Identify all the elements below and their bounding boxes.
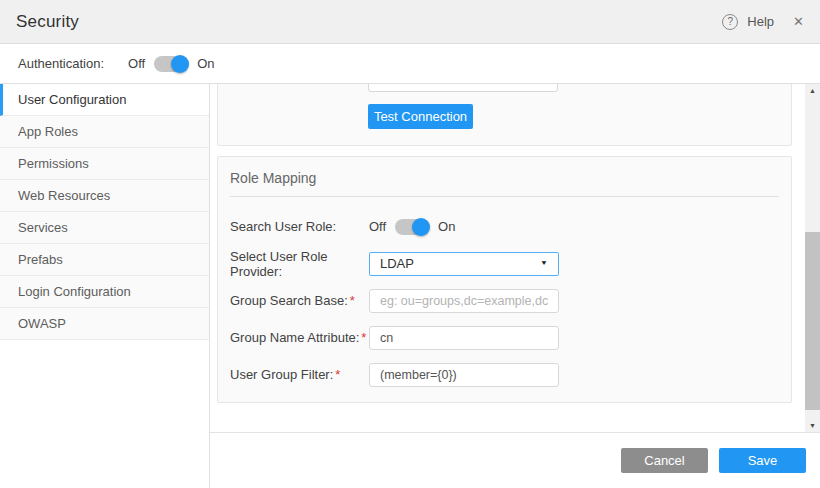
scroll-area: Test Connection Role Mapping Search User… [210, 84, 820, 432]
group-search-base-input[interactable] [369, 289, 559, 313]
role-mapping-title: Role Mapping [230, 157, 779, 197]
ldap-config-input-cropped[interactable] [368, 84, 558, 92]
user-group-filter-label: User Group Filter:* [230, 367, 369, 382]
search-user-role-toggle-group: Off On [369, 218, 455, 236]
page-title: Security [16, 12, 79, 32]
main-panel: Test Connection Role Mapping Search User… [210, 84, 820, 488]
toggle-knob [171, 55, 189, 73]
sidebar-item-owasp[interactable]: OWASP [0, 308, 209, 340]
sidebar-item-services[interactable]: Services [0, 212, 209, 244]
scrollbar-thumb[interactable] [805, 232, 820, 410]
group-name-attribute-input[interactable] [369, 326, 559, 350]
user-role-provider-select[interactable]: LDAP ▼ [369, 252, 559, 276]
sidebar-item-prefabs[interactable]: Prefabs [0, 244, 209, 276]
role-mapping-form: Search User Role: Off On [218, 197, 791, 393]
authentication-row: Authentication: Off On [0, 44, 820, 84]
label-text: Group Name Attribute: [230, 330, 359, 345]
body: User Configuration App Roles Permissions… [0, 84, 820, 488]
sidebar-item-permissions[interactable]: Permissions [0, 148, 209, 180]
group-name-attribute-label: Group Name Attribute:* [230, 330, 369, 345]
authentication-toggle[interactable] [154, 55, 188, 73]
footer-actions: Cancel Save [210, 432, 820, 488]
security-settings-window: Security ? Help ✕ Authentication: Off On… [0, 0, 820, 488]
user-group-filter-input[interactable] [369, 363, 559, 387]
authentication-label: Authentication: [18, 56, 104, 71]
user-group-filter-row: User Group Filter:* [230, 356, 779, 393]
search-user-role-on-label: On [438, 219, 455, 234]
caret-down-icon: ▼ [540, 260, 548, 267]
sidebar-item-app-roles[interactable]: App Roles [0, 116, 209, 148]
authentication-toggle-group: Off On [128, 55, 214, 73]
scroll-down-icon[interactable]: ▼ [805, 419, 820, 432]
role-mapping-card: Role Mapping Search User Role: Off On [217, 156, 792, 403]
required-marker: * [361, 330, 366, 345]
authentication-on-label: On [197, 56, 214, 71]
group-name-attribute-row: Group Name Attribute:* [230, 319, 779, 356]
test-connection-button[interactable]: Test Connection [368, 104, 473, 129]
required-marker: * [335, 367, 340, 382]
search-user-role-toggle[interactable] [395, 218, 429, 236]
required-marker: * [350, 293, 355, 308]
sidebar: User Configuration App Roles Permissions… [0, 84, 210, 488]
label-text: Group Search Base: [230, 293, 348, 308]
provider-selected-value: LDAP [380, 256, 414, 271]
sidebar-item-web-resources[interactable]: Web Resources [0, 180, 209, 212]
scroll-up-icon[interactable]: ▲ [805, 84, 820, 97]
search-user-role-off-label: Off [369, 219, 386, 234]
provider-label: Select User Role Provider: [230, 249, 369, 279]
window-header: Security ? Help ✕ [0, 0, 820, 44]
header-actions: ? Help ✕ [722, 14, 804, 30]
search-user-role-label: Search User Role: [230, 219, 369, 234]
authentication-off-label: Off [128, 56, 145, 71]
sidebar-item-login-configuration[interactable]: Login Configuration [0, 276, 209, 308]
provider-row: Select User Role Provider: LDAP ▼ [230, 245, 779, 282]
search-user-role-row: Search User Role: Off On [230, 208, 779, 245]
group-search-base-label: Group Search Base:* [230, 293, 369, 308]
cancel-button[interactable]: Cancel [621, 448, 708, 473]
ldap-connection-card: Test Connection [217, 84, 792, 146]
group-search-base-row: Group Search Base:* [230, 282, 779, 319]
help-link[interactable]: Help [747, 14, 774, 29]
sidebar-item-user-configuration[interactable]: User Configuration [0, 84, 209, 116]
save-button[interactable]: Save [719, 448, 806, 473]
toggle-knob [412, 218, 430, 236]
help-icon[interactable]: ? [722, 14, 738, 30]
close-icon[interactable]: ✕ [793, 14, 804, 29]
label-text: User Group Filter: [230, 367, 333, 382]
vertical-scrollbar[interactable]: ▲ ▼ [805, 84, 820, 432]
